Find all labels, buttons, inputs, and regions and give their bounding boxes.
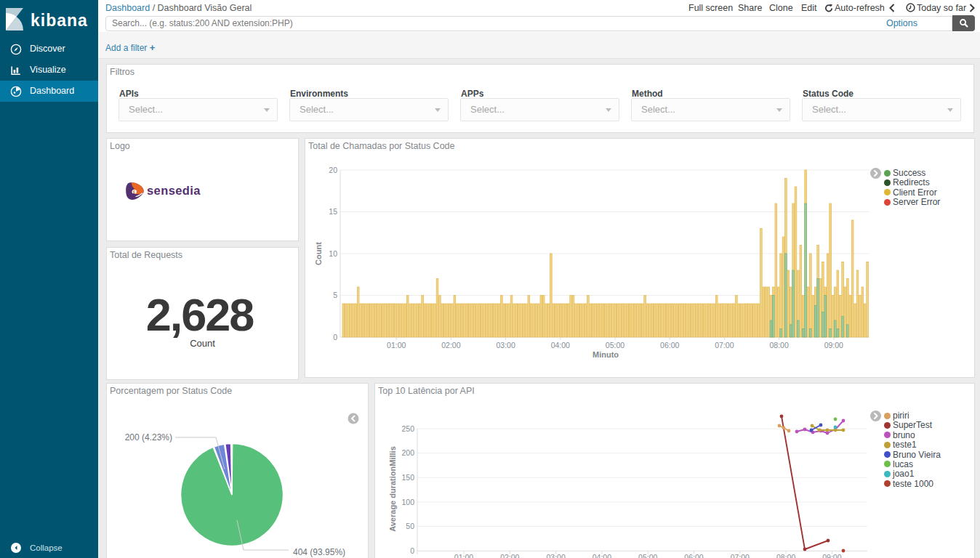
- svg-text:150: 150: [401, 473, 414, 482]
- svg-text:07:00: 07:00: [715, 341, 734, 349]
- svg-text:200: 200: [401, 448, 414, 457]
- svg-text:10: 10: [329, 249, 337, 258]
- svg-text:15: 15: [329, 207, 337, 216]
- svg-text:01:00: 01:00: [387, 341, 406, 349]
- svg-text:200 (4.23%): 200 (4.23%): [125, 432, 172, 442]
- svg-text:5: 5: [333, 291, 337, 299]
- svg-text:Minuto: Minuto: [593, 350, 619, 359]
- svg-text:Count: Count: [314, 242, 323, 265]
- svg-text:05:00: 05:00: [606, 341, 624, 349]
- svg-text:sensedia: sensedia: [147, 184, 201, 197]
- svg-text:404 (93.95%): 404 (93.95%): [293, 547, 345, 557]
- svg-text:100: 100: [401, 498, 414, 506]
- svg-text:09:00: 09:00: [824, 341, 843, 349]
- svg-text:0: 0: [410, 546, 414, 555]
- svg-text:04:00: 04:00: [551, 341, 570, 349]
- svg-text:250: 250: [401, 424, 414, 433]
- svg-text:02:00: 02:00: [441, 341, 460, 349]
- svg-text:08:00: 08:00: [769, 341, 788, 349]
- svg-text:06:00: 06:00: [660, 341, 679, 349]
- svg-text:0: 0: [333, 333, 337, 341]
- svg-text:50: 50: [406, 522, 414, 530]
- svg-text:03:00: 03:00: [496, 341, 515, 349]
- svg-text:Average durationMillis: Average durationMillis: [388, 446, 397, 532]
- svg-text:20: 20: [329, 166, 337, 174]
